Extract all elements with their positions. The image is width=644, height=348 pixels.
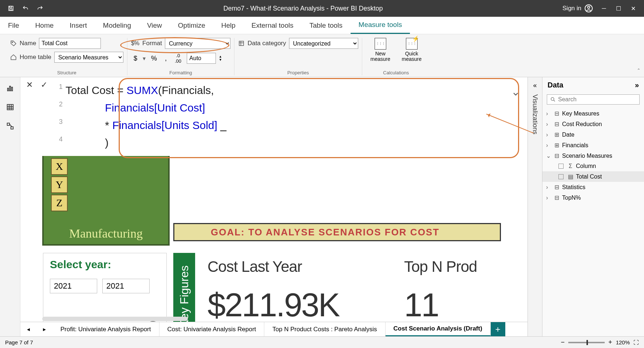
ribbon-tab-modeling[interactable]: Modeling xyxy=(95,17,139,34)
home-icon xyxy=(10,54,17,60)
svg-rect-6 xyxy=(239,41,244,46)
tree-label: Total Cost xyxy=(576,173,602,180)
page-tab[interactable]: Top N Product Costs : Pareto Analysis xyxy=(264,322,385,336)
ribbon-tab-table-tools[interactable]: Table tools xyxy=(301,17,351,34)
percent-button[interactable]: % xyxy=(149,54,159,63)
goal-banner: GOAL: TO ANALYSE SCENARIOS FOR COST xyxy=(173,223,501,241)
year-slicer-title: Select year: xyxy=(50,258,160,271)
expand-viz-icon[interactable]: « xyxy=(533,82,537,89)
svg-rect-9 xyxy=(7,88,8,91)
checkbox[interactable] xyxy=(558,174,564,179)
page-prev-icon[interactable]: ◂ xyxy=(20,322,36,336)
svg-point-20 xyxy=(551,98,554,101)
data-search[interactable] xyxy=(547,94,640,105)
formula-editor[interactable]: 1Total Cost = SUMX(Financials, 2 Financi… xyxy=(53,79,524,154)
chevron-icon: › xyxy=(546,142,551,149)
chevron-icon: › xyxy=(546,195,551,201)
zoom-value: 120% xyxy=(616,339,630,345)
tree-field-total-cost[interactable]: ▤Total Cost xyxy=(542,171,644,182)
close-icon[interactable]: ✕ xyxy=(629,5,637,12)
tree-label: Key Measures xyxy=(562,110,599,117)
data-pane-expand-icon[interactable]: » xyxy=(635,81,639,89)
left-nav-rail xyxy=(0,77,20,336)
year-to-input[interactable] xyxy=(102,279,150,293)
title-bar: Demo7 - What-if Scenario Analysis - Powe… xyxy=(0,0,644,17)
data-search-input[interactable] xyxy=(558,96,636,103)
group-label-calculations: Calculations xyxy=(366,70,426,75)
ribbon-tab-measure-tools[interactable]: Measure tools xyxy=(351,17,410,34)
format-select[interactable]: Currency xyxy=(165,38,230,49)
save-icon[interactable] xyxy=(7,5,15,12)
ribbon-tab-insert[interactable]: Insert xyxy=(62,17,95,34)
tree-table-statistics[interactable]: ›⊟Statistics xyxy=(542,182,644,192)
datacategory-select[interactable]: Uncategorized xyxy=(289,38,358,49)
ribbon-tab-external-tools[interactable]: External tools xyxy=(244,17,301,34)
chevron-icon: › xyxy=(546,132,551,138)
formula-cancel-icon[interactable]: ✕ xyxy=(24,79,35,90)
data-view-icon[interactable] xyxy=(5,103,15,112)
tree-label: Column xyxy=(576,163,596,169)
maximize-icon[interactable]: ☐ xyxy=(615,5,622,12)
tree-table-cost-reduction[interactable]: ›⊟Cost Reduction xyxy=(542,119,644,129)
checkbox[interactable] xyxy=(558,164,564,169)
decimals-input[interactable] xyxy=(187,53,216,64)
quick-measure-button[interactable]: ⚡ Quick measure xyxy=(397,38,426,68)
format-label: Format xyxy=(142,40,162,47)
decimals-button[interactable]: .0.00 xyxy=(172,52,184,65)
report-view-icon[interactable] xyxy=(5,84,15,93)
tree-table-scenario-measures[interactable]: ⌄⊟Scenario Measures xyxy=(542,150,644,161)
search-icon xyxy=(550,97,556,102)
page-tabs: ◂ ▸ Profit: Univariate Analysis ReportCo… xyxy=(20,322,528,336)
quick-measure-label: Quick measure xyxy=(397,51,426,62)
tree-field-column[interactable]: ΣColumn xyxy=(542,161,644,171)
ribbon-tab-home[interactable]: Home xyxy=(27,17,62,34)
page-next-icon[interactable]: ▸ xyxy=(36,322,52,336)
tree-table-financials[interactable]: ›⊞Financials xyxy=(542,140,644,150)
model-view-icon[interactable] xyxy=(5,122,15,130)
ribbon: Name Home table Scenario Measures Struct… xyxy=(0,34,644,77)
measure-group-icon: ⊟ xyxy=(553,184,560,191)
new-measure-label: New measure xyxy=(366,51,395,62)
card-value: 11 xyxy=(404,286,491,324)
canvas-wrap: ✕ ✓ 1Total Cost = SUMX(Financials, 2 Fin… xyxy=(20,77,528,336)
ribbon-collapse-icon[interactable]: ˆ xyxy=(638,68,640,75)
tree-table-date[interactable]: ›⊞Date xyxy=(542,129,644,140)
undo-icon[interactable] xyxy=(22,5,29,12)
window-title: Demo7 - What-if Scenario Analysis - Powe… xyxy=(44,5,562,12)
report-canvas[interactable]: X Y Z Manufacturing GOAL: TO ANALYSE SCE… xyxy=(20,155,528,336)
datacategory-label: Data category xyxy=(248,40,286,47)
redo-icon[interactable] xyxy=(36,5,44,12)
add-page-button[interactable]: + xyxy=(491,322,505,336)
table-icon: ⊞ xyxy=(553,131,560,138)
minimize-icon[interactable]: ─ xyxy=(600,5,608,12)
tree-table-key-measures[interactable]: ›⊟Key Measures xyxy=(542,108,644,119)
formula-expand-icon[interactable]: ⌄ xyxy=(511,83,520,101)
data-pane-title: Data xyxy=(548,81,563,89)
spinner-icon[interactable]: ▲▼ xyxy=(219,55,222,62)
page-tab[interactable]: Cost Scenario Analysis (Draft) xyxy=(386,322,491,336)
currency-button[interactable]: $ xyxy=(131,54,140,63)
comma-button[interactable]: , xyxy=(162,54,169,63)
visualizations-pane-collapsed[interactable]: « Visualizations xyxy=(528,77,542,336)
zoom-in-button[interactable]: + xyxy=(608,339,612,346)
name-input[interactable] xyxy=(39,38,101,49)
fit-to-page-icon[interactable]: ⛶ xyxy=(633,339,639,345)
horizontal-scrollbar[interactable] xyxy=(42,317,188,321)
year-from-input[interactable] xyxy=(50,279,97,293)
signin-button[interactable]: Sign in xyxy=(562,4,593,13)
formula-commit-icon[interactable]: ✓ xyxy=(39,79,50,90)
ribbon-tab-help[interactable]: Help xyxy=(213,17,244,34)
hometable-select[interactable]: Scenario Measures xyxy=(54,52,123,63)
page-tab[interactable]: Cost: Univariate Analysis Report xyxy=(159,322,265,336)
zoom-slider[interactable] xyxy=(568,342,605,343)
ribbon-tab-optimize[interactable]: Optimize xyxy=(170,17,213,34)
dax-function: SUMX xyxy=(127,84,158,96)
status-bar: Page 7 of 7 − + 120% ⛶ xyxy=(0,336,644,348)
page-tab[interactable]: Profit: Univariate Analysis Report xyxy=(52,322,159,336)
dax-pad: ) xyxy=(66,137,108,149)
zoom-out-button[interactable]: − xyxy=(561,339,565,346)
tree-table-topn%[interactable]: ›⊟TopN% xyxy=(542,192,644,203)
ribbon-tab-file[interactable]: File xyxy=(0,17,27,34)
ribbon-tab-view[interactable]: View xyxy=(139,17,170,34)
new-measure-button[interactable]: New measure xyxy=(366,38,395,68)
